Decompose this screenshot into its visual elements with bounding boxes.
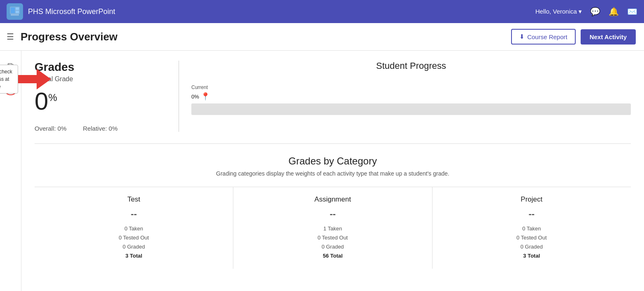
overall-grade: Overall: 0%	[35, 125, 67, 132]
relative-grade: Relative: 0%	[83, 125, 118, 132]
gbc-column: Assignment -- 1 Taken 0 Tested Out 0 Gra…	[233, 187, 432, 269]
user-greeting[interactable]: Hello, Veronica ▾	[535, 8, 582, 15]
course-report-label: Course Report	[527, 33, 567, 40]
main-content: Click here to check your progress at any…	[21, 51, 644, 291]
taken-stat: 0 Taken	[439, 224, 624, 233]
student-progress-panel: Student Progress Current 0% 📍	[183, 61, 631, 132]
gbc-column: Project -- 0 Taken 0 Tested Out 0 Graded…	[432, 187, 631, 269]
gbc-dash: --	[41, 209, 226, 219]
tested-out-stat: 0 Tested Out	[41, 233, 226, 242]
tested-out-stat: 0 Tested Out	[439, 233, 624, 242]
progress-bar-track	[191, 103, 631, 115]
gbc-dash: --	[240, 209, 425, 219]
annotation-text: Click here to check your progress at any…	[0, 65, 18, 94]
gbc-dash: --	[439, 209, 624, 219]
gbc-stats: 1 Taken 0 Tested Out 0 Graded 56 Total	[240, 224, 425, 260]
annotation-wrapper: Click here to check your progress at any…	[0, 65, 51, 94]
tested-out-stat: 0 Tested Out	[240, 233, 425, 242]
red-arrow	[18, 67, 51, 92]
body-layout: ✏ Click here to check your progress at a…	[0, 51, 644, 291]
grade-value: 0%	[35, 88, 162, 115]
download-icon: ⬇	[519, 33, 525, 40]
graded-stat: 0 Graded	[41, 242, 226, 251]
grades-panel: Grades Actual Grade 0% Overall: 0% Relat…	[35, 61, 174, 132]
app-title: PHS Microsoft PowerPoint	[28, 7, 535, 16]
progress-bar-container: Current 0% 📍	[191, 84, 631, 115]
gbc-col-title: Assignment	[240, 195, 425, 204]
gbc-stats: 0 Taken 0 Tested Out 0 Graded 3 Total	[41, 224, 226, 260]
nav-right: Hello, Veronica ▾ 💬 🔔 ✉️	[535, 7, 637, 16]
total-stat: 56 Total	[240, 251, 425, 260]
grades-by-category: Grades by Category Grading categories di…	[35, 155, 631, 269]
section-divider	[35, 143, 631, 144]
graded-stat: 0 Graded	[240, 242, 425, 251]
gbc-columns: Test -- 0 Taken 0 Tested Out 0 Graded 3 …	[35, 187, 631, 269]
next-activity-button[interactable]: Next Activity	[581, 29, 636, 45]
taken-stat: 0 Taken	[41, 224, 226, 233]
grade-unit: %	[48, 92, 57, 103]
gbc-col-title: Test	[41, 195, 226, 204]
svg-rect-4	[11, 14, 19, 16]
app-logo	[7, 3, 23, 20]
taken-stat: 1 Taken	[240, 224, 425, 233]
progress-current-value: 0% 📍	[191, 92, 631, 101]
menu-icon[interactable]: ☰	[7, 32, 14, 42]
total-stat: 3 Total	[41, 251, 226, 260]
svg-rect-3	[16, 11, 19, 13]
progress-current-label: Current	[191, 84, 631, 90]
chat-icon[interactable]: 💬	[590, 7, 600, 16]
grades-top-section: Click here to check your progress at any…	[35, 61, 631, 132]
svg-marker-8	[18, 69, 51, 89]
course-report-button[interactable]: ⬇ Course Report	[511, 29, 576, 45]
actual-grade-label: Actual Grade	[35, 75, 162, 83]
gbc-subtitle: Grading categories display the weights o…	[35, 170, 631, 177]
grade-summary: Overall: 0% Relative: 0%	[35, 125, 162, 132]
svg-rect-1	[11, 7, 15, 13]
gbc-title: Grades by Category	[35, 155, 631, 167]
graded-stat: 0 Graded	[439, 242, 624, 251]
gbc-col-title: Project	[439, 195, 624, 204]
mail-icon[interactable]: ✉️	[627, 7, 637, 16]
total-stat: 3 Total	[439, 251, 624, 260]
gbc-stats: 0 Taken 0 Tested Out 0 Graded 3 Total	[439, 224, 624, 260]
notification-icon[interactable]: 🔔	[609, 7, 619, 16]
grades-title: Grades	[35, 61, 162, 74]
gbc-column: Test -- 0 Taken 0 Tested Out 0 Graded 3 …	[35, 187, 233, 269]
sub-header-left: ☰ Progress Overview	[7, 31, 511, 43]
vertical-divider	[179, 61, 179, 132]
map-pin-icon: 📍	[201, 92, 210, 101]
page-title: Progress Overview	[21, 31, 118, 43]
sub-header: ☰ Progress Overview ⬇ Course Report Next…	[0, 23, 644, 51]
svg-rect-2	[16, 7, 19, 10]
top-nav: PHS Microsoft PowerPoint Hello, Veronica…	[0, 0, 644, 23]
progress-title: Student Progress	[191, 61, 631, 71]
sub-header-right: ⬇ Course Report Next Activity	[511, 29, 636, 45]
